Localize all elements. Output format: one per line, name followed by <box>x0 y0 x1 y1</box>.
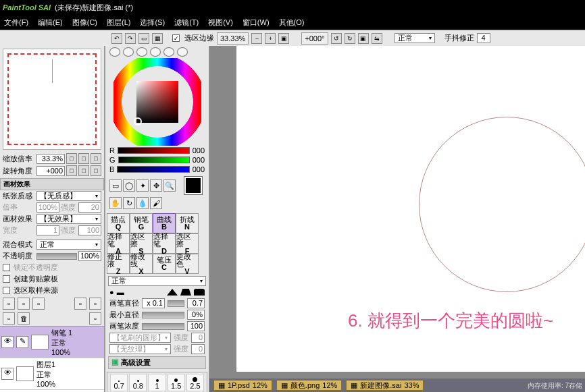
pen-mode-icon[interactable]: ✎ <box>16 336 28 348</box>
lock-opacity-checkbox[interactable] <box>3 264 10 271</box>
rotate-reset-button[interactable]: ▣ <box>358 33 369 44</box>
undo-button[interactable]: ↶ <box>111 33 122 44</box>
menu-layer[interactable]: 图层(L) <box>107 18 130 28</box>
navigator[interactable] <box>3 49 101 150</box>
curve-tool[interactable]: 曲线B <box>153 213 176 233</box>
selection-source-checkbox[interactable] <box>3 287 10 294</box>
hsv-slider-tab[interactable] <box>136 47 147 57</box>
nav-rot-cw[interactable]: □ <box>78 165 89 176</box>
mixer-tab[interactable] <box>150 47 161 57</box>
lineedit-tool[interactable]: 修改线X <box>130 254 153 274</box>
top-blend-dropdown[interactable]: 正常 <box>395 33 435 43</box>
pressure-tool[interactable]: 笔压C <box>153 254 176 274</box>
rgb-slider-tab[interactable] <box>123 47 134 57</box>
color-wheel-tab[interactable] <box>109 47 120 57</box>
nav-zoom-fit[interactable]: □ <box>91 153 101 164</box>
flip-button[interactable]: ⇋ <box>372 33 382 44</box>
menu-image[interactable]: 图像(C) <box>72 18 97 28</box>
delete-layer-button[interactable]: 🗑 <box>18 312 30 325</box>
opacity-slider[interactable] <box>36 253 77 260</box>
selection-border-checkbox[interactable] <box>172 34 180 42</box>
eye-icon[interactable]: 👁 <box>1 368 14 380</box>
pen-tool[interactable]: 钢笔G <box>130 213 153 233</box>
rotate-cw-button[interactable]: ↻ <box>345 33 355 44</box>
size-preset[interactable]: 2.5 <box>186 374 204 391</box>
zoom-fit-button[interactable]: ▣ <box>278 33 289 44</box>
nav-angle-input[interactable]: +000 <box>36 166 65 176</box>
min-size-value[interactable]: 0% <box>187 310 205 320</box>
selpen2-tool[interactable]: 选择笔D <box>153 233 176 254</box>
clear-layer-button[interactable]: ▫ <box>3 312 15 325</box>
menu-file[interactable]: 文件(F) <box>4 18 28 28</box>
wand-tool[interactable]: ✦ <box>136 179 149 192</box>
brush-size-slider[interactable] <box>168 300 184 307</box>
menu-window[interactable]: 窗口(W) <box>243 18 270 28</box>
brush-size-value[interactable]: 0.7 <box>187 298 205 308</box>
deselect-button[interactable]: ▭ <box>138 33 149 44</box>
merge-button[interactable]: ▫ <box>89 298 101 310</box>
brush-blend-dropdown[interactable]: 正常 <box>108 276 206 286</box>
doc-tab[interactable]: ▦新建图像.sai33% <box>346 380 424 391</box>
hand-tool[interactable]: ✋ <box>109 197 122 209</box>
canvas-area[interactable]: 6. 就得到一个完美的圆啦~ ▦1P.psd12% ▦颜色.png12% ▦新建… <box>209 46 585 392</box>
move-tool[interactable]: ✥ <box>150 179 162 192</box>
nav-zoom-in[interactable]: □ <box>78 153 89 164</box>
zoom-tool[interactable]: 🔍 <box>163 179 176 192</box>
density-slider[interactable] <box>142 323 184 330</box>
color-wheel[interactable] <box>105 58 209 146</box>
rotate-ccw-button[interactable]: ↺ <box>331 33 342 44</box>
canvas-paper[interactable]: 6. 就得到一个完美的圆啦~ <box>236 46 585 372</box>
size-preset[interactable]: 1.5 <box>168 374 185 391</box>
doc-tab[interactable]: ▦1P.psd12% <box>213 380 272 391</box>
stabilizer-value[interactable]: 4 <box>477 33 490 43</box>
eye-icon[interactable]: 👁 <box>1 336 14 348</box>
blend-mode-dropdown[interactable]: 正常 <box>36 240 101 250</box>
swatch-tab[interactable] <box>163 47 174 57</box>
selpen-tool[interactable]: 选择笔A <box>107 233 130 254</box>
menu-filter[interactable]: 滤镜(T) <box>174 18 199 28</box>
size-preset[interactable]: 0.7 <box>110 374 128 391</box>
rect-select-tool[interactable]: ▭ <box>109 179 122 192</box>
layer-item[interactable]: 👁 ✎ 钢笔 1正常100% <box>0 327 104 358</box>
menu-view[interactable]: 视图(V) <box>208 18 233 28</box>
tip-shape-3[interactable] <box>194 289 205 296</box>
lasso-tool[interactable]: ◯ <box>123 179 135 192</box>
new-layer-button[interactable]: ▫ <box>3 298 15 310</box>
redo-button[interactable]: ↷ <box>125 33 136 44</box>
nav-zoom-input[interactable]: 33.3% <box>36 154 65 164</box>
whiteout-tool[interactable]: 修正液Z <box>107 254 130 274</box>
zoom-in-button[interactable]: + <box>265 33 276 44</box>
nav-rot-ccw[interactable]: □ <box>66 165 77 176</box>
paper-texture-dropdown[interactable]: 【无质感】 <box>36 191 101 201</box>
recolor-tool[interactable]: 更改色V <box>176 254 199 274</box>
clipping-mask-checkbox[interactable] <box>3 275 10 283</box>
opacity-value[interactable]: 100% <box>78 251 101 261</box>
menu-other[interactable]: 其他(O) <box>279 18 305 28</box>
b-slider[interactable] <box>117 166 189 173</box>
new-folder-button[interactable]: ▫ <box>32 298 45 310</box>
anchor-tool[interactable]: 描点Q <box>107 213 130 233</box>
eyedrop-tool[interactable]: 💧 <box>136 197 149 209</box>
nav-rot-reset[interactable]: □ <box>91 165 101 176</box>
min-size-slider[interactable] <box>142 312 184 318</box>
menu-edit[interactable]: 编辑(E) <box>38 18 63 28</box>
density-value[interactable]: 100 <box>187 321 205 331</box>
flatten-button[interactable]: ▫ <box>89 312 101 325</box>
brush-tool[interactable]: 🖌 <box>150 197 162 209</box>
r-slider[interactable] <box>118 147 190 154</box>
advanced-settings-toggle[interactable]: ▣ 高级设置 <box>108 356 206 369</box>
rotate-tool[interactable]: ↻ <box>123 197 135 209</box>
invert-button[interactable]: ▦ <box>152 33 163 44</box>
selerase-tool[interactable]: 选区擦S <box>130 233 153 254</box>
fg-color-swatch[interactable] <box>184 177 202 194</box>
layer-item[interactable]: 👁 图层1正常100% <box>0 358 104 390</box>
polyline-tool[interactable]: 折线N <box>176 213 199 233</box>
size-preset[interactable]: 1 <box>148 374 166 391</box>
tip-shape-1[interactable] <box>167 289 178 296</box>
material-effect-dropdown[interactable]: 【无效果】 <box>36 214 101 224</box>
transfer-button[interactable]: ▫ <box>74 298 86 310</box>
new-linework-button[interactable]: ▫ <box>18 298 30 310</box>
menu-select[interactable]: 选择(S) <box>140 18 165 28</box>
selerase2-tool[interactable]: 选区擦F <box>176 233 199 254</box>
doc-tab[interactable]: ▦颜色.png12% <box>276 380 342 391</box>
